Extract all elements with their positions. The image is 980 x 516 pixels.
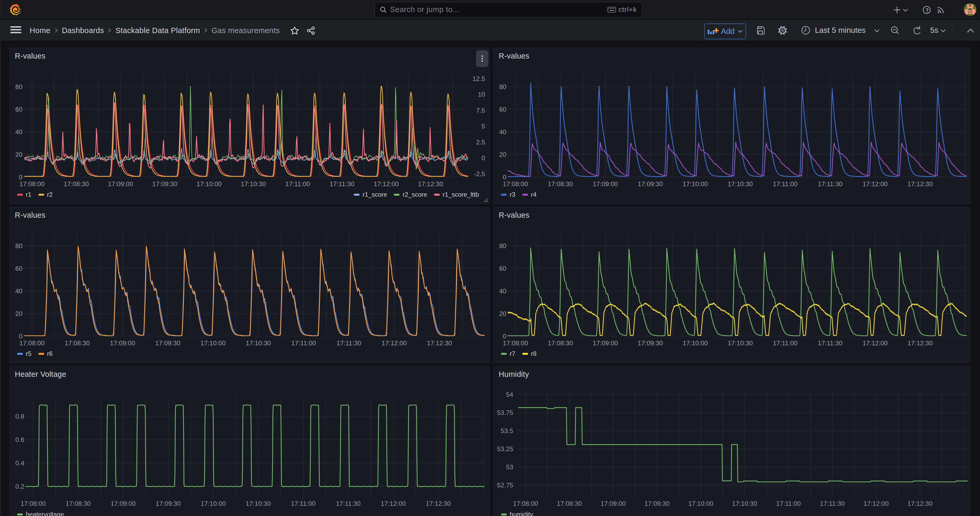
svg-text:20: 20: [499, 151, 506, 158]
svg-text:17:09:00: 17:09:00: [108, 180, 133, 188]
svg-text:17:10:30: 17:10:30: [727, 339, 753, 347]
svg-text:40: 40: [499, 288, 506, 295]
svg-text:17:12:00: 17:12:00: [864, 500, 889, 507]
svg-text:5: 5: [481, 123, 485, 130]
svg-text:17:08:00: 17:08:00: [513, 500, 538, 507]
svg-text:17:10:30: 17:10:30: [246, 500, 271, 507]
svg-text:17:09:00: 17:09:00: [600, 500, 626, 507]
svg-text:?: ?: [926, 7, 929, 13]
svg-text:17:08:30: 17:08:30: [64, 180, 89, 188]
svg-text:17:11:00: 17:11:00: [776, 500, 801, 507]
svg-text:17:10:00: 17:10:00: [197, 180, 222, 188]
svg-text:2.5: 2.5: [476, 139, 485, 146]
svg-text:20: 20: [499, 310, 506, 317]
svg-text:17:09:30: 17:09:30: [155, 339, 180, 347]
svg-text:53.25: 53.25: [497, 445, 513, 452]
svg-text:17:09:30: 17:09:30: [152, 180, 177, 188]
svg-text:17:12:00: 17:12:00: [862, 339, 888, 347]
svg-text:17:12:30: 17:12:30: [908, 339, 933, 347]
svg-text:17:12:30: 17:12:30: [427, 339, 452, 347]
svg-text:17:09:00: 17:09:00: [110, 500, 136, 507]
svg-text:17:12:30: 17:12:30: [908, 180, 933, 188]
svg-text:0: 0: [503, 174, 506, 181]
svg-text:17:09:30: 17:09:30: [638, 339, 663, 347]
svg-text:17:11:30: 17:11:30: [336, 339, 361, 347]
svg-text:12.5: 12.5: [473, 75, 485, 82]
svg-text:17:09:30: 17:09:30: [638, 180, 663, 188]
svg-text:17:12:00: 17:12:00: [862, 180, 888, 188]
svg-text:0.4: 0.4: [16, 460, 24, 467]
svg-text:Last 5 minutes: Last 5 minutes: [815, 26, 865, 34]
svg-text:17:08:30: 17:08:30: [65, 339, 90, 347]
svg-text:17:08:00: 17:08:00: [503, 339, 528, 347]
svg-text:80: 80: [499, 242, 506, 250]
svg-text:17:08:00: 17:08:00: [19, 339, 45, 347]
svg-text:17:10:30: 17:10:30: [732, 500, 757, 507]
svg-text:40: 40: [499, 128, 506, 135]
svg-text:80: 80: [15, 83, 22, 90]
svg-text:17:11:30: 17:11:30: [329, 180, 354, 188]
svg-text:0: 0: [503, 333, 506, 340]
svg-text:80: 80: [15, 242, 22, 250]
svg-text:10: 10: [478, 91, 485, 98]
svg-text:17:12:30: 17:12:30: [907, 500, 932, 507]
svg-text:17:09:30: 17:09:30: [644, 500, 670, 507]
svg-text:17:11:00: 17:11:00: [291, 500, 315, 507]
svg-text:0: 0: [19, 174, 22, 181]
svg-text:17:10:00: 17:10:00: [682, 180, 708, 188]
svg-text:20: 20: [15, 310, 22, 317]
svg-text:52.75: 52.75: [497, 482, 513, 489]
svg-text:17:11:00: 17:11:00: [285, 180, 310, 188]
svg-text:60: 60: [499, 106, 506, 113]
svg-text:0.2: 0.2: [16, 483, 24, 490]
svg-text:5s: 5s: [930, 26, 938, 34]
svg-text:60: 60: [15, 106, 22, 113]
svg-text:17:12:30: 17:12:30: [426, 500, 451, 507]
svg-text:20: 20: [15, 151, 22, 158]
svg-text:17:08:30: 17:08:30: [557, 500, 582, 507]
svg-text:17:10:30: 17:10:30: [727, 180, 753, 188]
svg-text:17:08:30: 17:08:30: [548, 339, 573, 347]
svg-text:17:12:00: 17:12:00: [382, 339, 407, 347]
svg-text:0.8: 0.8: [16, 413, 24, 420]
svg-text:17:10:30: 17:10:30: [246, 339, 271, 347]
svg-text:40: 40: [15, 288, 22, 295]
svg-text:17:11:30: 17:11:30: [820, 500, 845, 507]
svg-text:60: 60: [15, 265, 22, 272]
svg-text:53.75: 53.75: [497, 409, 513, 416]
svg-text:17:08:00: 17:08:00: [503, 180, 528, 188]
svg-text:17:11:30: 17:11:30: [336, 500, 361, 507]
svg-text:17:08:30: 17:08:30: [548, 180, 573, 188]
svg-text:17:11:30: 17:11:30: [818, 180, 843, 188]
svg-text:17:10:00: 17:10:00: [200, 339, 226, 347]
svg-text:17:11:00: 17:11:00: [773, 339, 798, 347]
svg-text:17:10:00: 17:10:00: [682, 339, 708, 347]
svg-text:17:11:30: 17:11:30: [818, 339, 843, 347]
svg-text:17:09:00: 17:09:00: [593, 180, 618, 188]
svg-text:-2.5: -2.5: [474, 170, 485, 177]
svg-text:17:09:30: 17:09:30: [156, 500, 181, 507]
svg-text:17:12:30: 17:12:30: [418, 180, 443, 188]
svg-text:53: 53: [506, 463, 513, 471]
svg-text:17:12:00: 17:12:00: [381, 500, 406, 507]
svg-text:54: 54: [506, 391, 513, 398]
svg-text:0: 0: [19, 333, 22, 340]
svg-text:80: 80: [499, 83, 506, 90]
svg-text:17:09:00: 17:09:00: [110, 339, 135, 347]
svg-text:17:10:00: 17:10:00: [201, 500, 226, 507]
svg-text:17:08:30: 17:08:30: [65, 500, 91, 507]
svg-text:60: 60: [499, 265, 506, 272]
svg-text:7.5: 7.5: [476, 107, 485, 114]
svg-text:17:08:00: 17:08:00: [21, 500, 46, 507]
svg-text:17:09:00: 17:09:00: [593, 339, 618, 347]
svg-text:40: 40: [15, 128, 22, 135]
svg-text:17:11:00: 17:11:00: [291, 339, 316, 347]
svg-text:17:10:30: 17:10:30: [241, 180, 266, 188]
svg-text:17:08:00: 17:08:00: [19, 180, 45, 188]
svg-text:53.5: 53.5: [501, 427, 513, 434]
svg-text:0.6: 0.6: [16, 436, 24, 443]
svg-text:17:10:00: 17:10:00: [688, 500, 713, 507]
svg-text:17:12:00: 17:12:00: [374, 180, 399, 188]
svg-text:0: 0: [481, 154, 485, 161]
svg-text:17:11:00: 17:11:00: [773, 180, 798, 188]
